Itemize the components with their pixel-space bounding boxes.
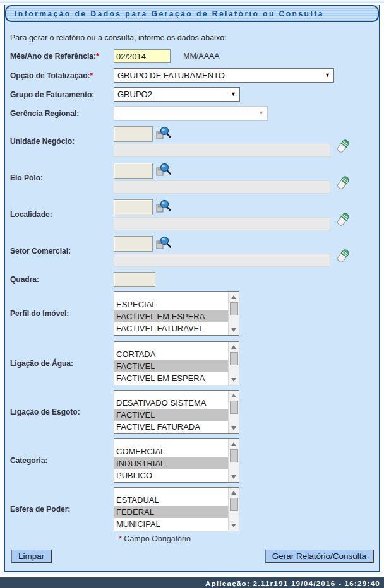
listbox-option[interactable]: FACTIVEL [114, 409, 228, 421]
arrow-up-icon [231, 442, 236, 446]
listbox-option[interactable]: DESATIVADO SISTEMA [114, 397, 228, 409]
eraser-icon[interactable] [335, 138, 351, 155]
scroll-up-button[interactable] [229, 440, 239, 449]
ligacao-agua-listbox[interactable]: CORTADAFACTIVELFACTIVEL EM ESPERA [114, 341, 239, 385]
perfil-imovel-label: Perfil do Imóvel: [5, 309, 114, 318]
arrow-up-icon [231, 295, 236, 299]
listbox-option[interactable]: CORTADA [114, 348, 228, 360]
arrow-down-icon [231, 475, 236, 479]
eraser-icon[interactable] [335, 175, 351, 192]
button-bar: Limpar Gerar Relatório/Consulta [11, 550, 374, 563]
scrollbar[interactable] [228, 292, 239, 335]
field-row-mes-ano: Mês/Ano de Referência:* 02/2014 MM/AAAA [5, 49, 379, 63]
scrollbar-thumb[interactable] [230, 352, 238, 365]
ligacao-esgoto-listbox[interactable]: DESATIVADO SISTEMAFACTIVELFACTIVEL FATUR… [114, 390, 239, 434]
scrollbar-thumb[interactable] [230, 302, 238, 315]
scroll-down-button[interactable] [229, 521, 239, 530]
scrollbar-thumb[interactable] [230, 401, 238, 414]
format-hint: MM/AAAA [183, 52, 220, 61]
listbox-options: COMERCIALINDUSTRIALPUBLICO [114, 439, 228, 482]
mes-ano-label: Mês/Ano de Referência:* [5, 52, 114, 61]
scroll-down-button[interactable] [229, 473, 239, 481]
search-icon[interactable] [155, 199, 172, 216]
listbox-option[interactable]: FEDERAL [114, 506, 228, 518]
field-row-gerencia-regional: Gerência Regional: ▼ [5, 106, 379, 121]
listbox-option[interactable]: COMERCIAL [114, 445, 228, 457]
gerencia-regional-label: Gerência Regional: [5, 109, 114, 118]
gerar-relatorio-consulta-button[interactable]: Gerar Relatório/Consulta [265, 550, 374, 563]
localidade-label: Localidade: [5, 210, 114, 219]
scrollbar-thumb[interactable] [230, 498, 238, 511]
perfil-imovel-listbox[interactable]: ESPECIALFACTIVEL EM ESPERAFACTIVEL FATUR… [114, 291, 239, 336]
gerencia-regional-select: ▼ [114, 106, 268, 121]
elo-polo-label: Elo Pólo: [5, 173, 114, 182]
grupo-faturamento-label: Grupo de Faturamento: [5, 90, 114, 99]
scroll-down-button[interactable] [229, 326, 239, 334]
quadra-label: Quadra: [5, 275, 114, 284]
categoria-listbox[interactable]: COMERCIALINDUSTRIALPUBLICO [114, 438, 239, 483]
listbox-option[interactable]: FACTIVEL EM ESPERA [114, 310, 228, 322]
scroll-up-button[interactable] [229, 391, 239, 400]
field-row-elo-polo: Elo Pólo: [5, 162, 379, 194]
elo-polo-code-input[interactable] [114, 163, 153, 179]
quadra-input[interactable] [114, 272, 155, 287]
scrollbar[interactable] [228, 342, 239, 385]
listbox-option[interactable]: ESTADUAL [114, 494, 228, 506]
status-bar: Aplicação: 2.11r191 19/04/2016 - 16:29:4… [0, 577, 384, 588]
listbox-option[interactable]: FACTIVEL FATURADA [114, 421, 228, 433]
listbox-option[interactable]: FACTIVEL EM ESPERA [114, 372, 228, 384]
field-row-categoria: Categoria: COMERCIALINDUSTRIALPUBLICO [5, 438, 379, 483]
arrow-down-icon [231, 524, 236, 527]
field-row-localidade: Localidade: [5, 199, 379, 230]
required-mark: * [96, 52, 99, 61]
scroll-up-button[interactable] [229, 343, 239, 351]
eraser-icon[interactable] [335, 248, 351, 265]
form-title-bar: Informação de Dados para Geração de Rela… [5, 5, 379, 22]
mes-ano-input[interactable]: 02/2014 [114, 49, 171, 63]
listbox-option[interactable]: FACTIVEL FATURAVEL [114, 322, 228, 334]
eraser-icon[interactable] [335, 211, 351, 228]
select-value: GRUPO DE FATURAMENTO [117, 71, 225, 80]
required-mark: * [90, 71, 93, 80]
listbox-options: ESPECIALFACTIVEL EM ESPERAFACTIVEL FATUR… [114, 292, 228, 335]
listbox-option[interactable]: INDUSTRIAL [114, 457, 228, 469]
opcao-totalizacao-label: Opção de Totalização:* [5, 71, 114, 80]
scroll-up-button[interactable] [229, 488, 239, 497]
scroll-down-button[interactable] [229, 375, 239, 384]
scrollbar-thumb[interactable] [230, 449, 238, 462]
search-icon[interactable] [155, 126, 172, 143]
ligacao-agua-label: Ligação de Água: [5, 359, 114, 368]
setor-comercial-code-input[interactable] [114, 236, 153, 252]
chevron-down-icon: ▼ [325, 73, 330, 78]
chevron-down-icon: ▼ [231, 91, 236, 97]
limpar-button[interactable]: Limpar [11, 550, 52, 563]
scrollbar[interactable] [228, 488, 239, 531]
localidade-code-input[interactable] [114, 199, 153, 215]
listbox-option[interactable]: MUNICIPAL [114, 518, 228, 530]
scrollbar[interactable] [228, 439, 239, 482]
opcao-totalizacao-select[interactable]: GRUPO DE FATURAMENTO ▼ [114, 68, 334, 83]
listbox-option[interactable]: FACTIVEL [114, 360, 228, 372]
unidade-negocio-code-input[interactable] [114, 126, 153, 142]
setor-comercial-label: Setor Comercial: [5, 247, 114, 256]
field-row-ligacao-agua: Ligação de Água: CORTADAFACTIVELFACTIVEL… [5, 341, 379, 385]
select-value: GRUPO2 [117, 90, 152, 99]
field-row-perfil-imovel: Perfil do Imóvel: ESPECIALFACTIVEL EM ES… [5, 291, 379, 336]
form-container: Informação de Dados para Geração de Rela… [4, 5, 380, 572]
field-row-ligacao-esgoto: Ligação de Esgoto: DESATIVADO SISTEMAFAC… [5, 390, 379, 434]
search-icon[interactable] [155, 162, 172, 179]
unidade-negocio-label: Unidade Negócio: [5, 137, 114, 146]
listbox-option[interactable]: ESPECIAL [114, 298, 228, 310]
scroll-up-button[interactable] [229, 293, 239, 302]
listbox-option[interactable]: PUBLICO [114, 469, 228, 481]
unidade-negocio-description-field [114, 144, 330, 157]
arrow-up-icon [231, 394, 236, 397]
grupo-faturamento-select[interactable]: GRUPO2 ▼ [114, 87, 240, 102]
required-field-note: * Campo Obrigatório [119, 534, 379, 543]
page-title: Informação de Dados para Geração de Rela… [15, 9, 324, 18]
search-icon[interactable] [155, 235, 172, 252]
field-row-grupo-faturamento: Grupo de Faturamento: GRUPO2 ▼ [5, 87, 379, 102]
esfera-poder-listbox[interactable]: ESTADUALFEDERALMUNICIPAL [114, 487, 239, 531]
scroll-down-button[interactable] [229, 424, 239, 433]
scrollbar[interactable] [228, 391, 239, 433]
